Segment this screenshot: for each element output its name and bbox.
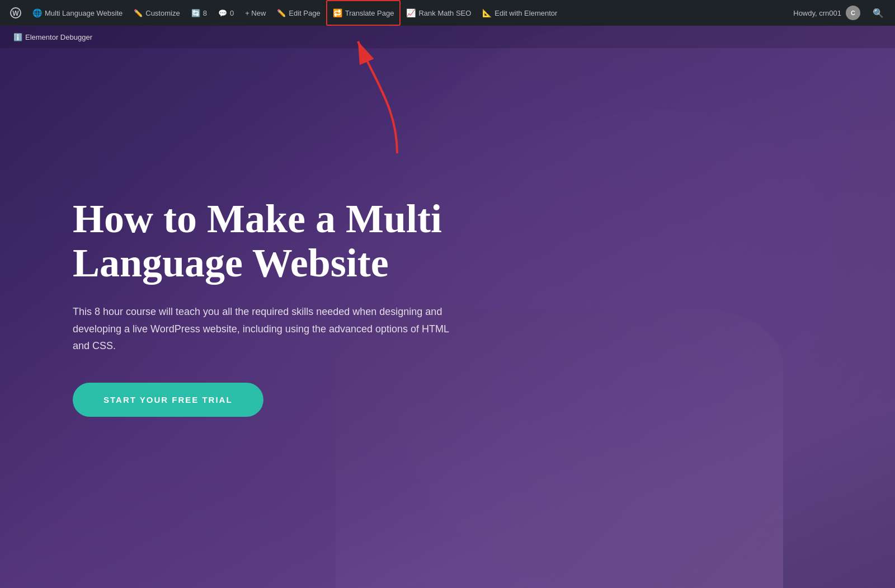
main-content: ℹ️ Elementor Debugger How to Make a Mult… (0, 0, 895, 588)
customize-label: Customize (145, 9, 180, 17)
rank-math-icon: 📈 (406, 8, 416, 17)
edit-elementor-label: Edit with Elementor (494, 9, 557, 17)
revisions-count: 8 (203, 9, 207, 17)
comments-icon: 💬 (218, 9, 227, 17)
translate-page-button[interactable]: 🔁 Translate Page (326, 0, 401, 26)
customize-button[interactable]: ✏️ Customize (128, 0, 185, 26)
cta-button[interactable]: START YOUR FREE TRIAL (73, 383, 263, 417)
revisions-icon: 🔄 (191, 9, 200, 17)
elementor-icon: 📐 (482, 8, 492, 17)
hero-title: How to Make a Multi Language Website (73, 197, 464, 285)
admin-bar: W 🌐 Multi Language Website ✏️ Customize … (0, 0, 895, 26)
debugger-label: Elementor Debugger (25, 33, 92, 41)
rank-math-label: Rank Math SEO (418, 9, 471, 17)
edit-page-label: Edit Page (289, 9, 320, 17)
translate-icon: 🔁 (333, 8, 342, 17)
multisite-icon: 🌐 (32, 8, 42, 17)
comments-count: 0 (230, 9, 234, 17)
svg-text:W: W (12, 10, 19, 17)
info-icon: ℹ️ (13, 33, 22, 41)
search-icon: 🔍 (873, 8, 884, 18)
howdy-label: Howdy, crn001 (793, 9, 841, 17)
comments-button[interactable]: 💬 0 (213, 0, 239, 26)
hero-subtitle: This 8 hour course will teach you all th… (73, 303, 453, 355)
wp-logo-button[interactable]: W (4, 0, 27, 26)
site-name-label: Multi Language Website (45, 9, 123, 17)
new-content-label: + New (245, 9, 266, 17)
revisions-button[interactable]: 🔄 8 (186, 0, 213, 26)
customize-icon: ✏️ (134, 9, 143, 17)
edit-elementor-button[interactable]: 📐 Edit with Elementor (477, 0, 563, 26)
edit-page-button[interactable]: ✏️ Edit Page (271, 0, 326, 26)
search-button[interactable]: 🔍 (866, 0, 891, 26)
admin-bar-right: Howdy, crn001 C 🔍 (788, 0, 891, 26)
elementor-debugger-button[interactable]: ℹ️ Elementor Debugger (8, 26, 98, 48)
new-content-button[interactable]: + New (239, 0, 271, 26)
edit-icon: ✏️ (277, 9, 286, 17)
avatar: C (846, 6, 860, 20)
rank-math-button[interactable]: 📈 Rank Math SEO (401, 0, 477, 26)
howdy-section[interactable]: Howdy, crn001 C (788, 6, 866, 20)
translate-page-label: Translate Page (345, 9, 394, 17)
hero-content: How to Make a Multi Language Website Thi… (0, 26, 895, 588)
site-name-button[interactable]: 🌐 Multi Language Website (27, 0, 128, 26)
sub-admin-bar: ℹ️ Elementor Debugger (0, 26, 895, 48)
